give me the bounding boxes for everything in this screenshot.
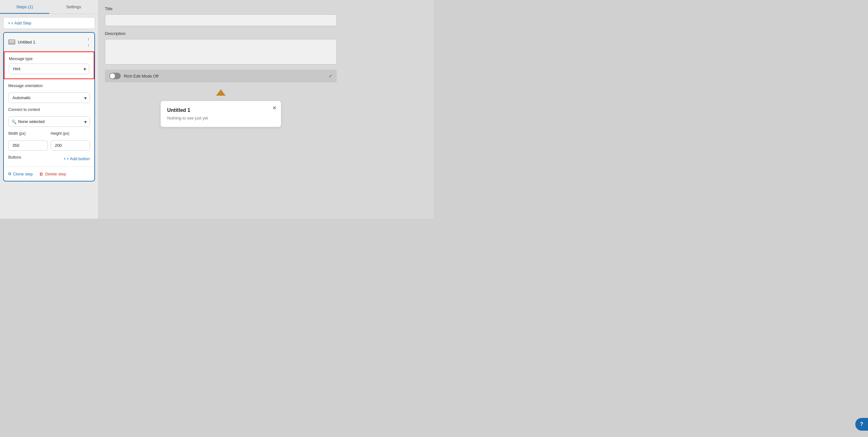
toggle-knob [110,74,115,79]
step-icon-line3 [9,42,14,43]
plus-icon: + [8,21,10,25]
connect-to-context-group: Connect to context 🔍 None selected [8,108,90,127]
tab-steps[interactable]: Steps (1) [0,0,49,14]
buttons-row: Buttons + + Add button [8,155,90,162]
step-card: Untitled 1 ↑ ↓ Message type Hint Modal T… [3,32,95,181]
title-input[interactable] [105,14,337,26]
connect-to-context-select[interactable]: None selected [8,116,90,127]
description-section: Description [105,31,428,64]
step-arrows: ↑ ↓ [87,36,90,47]
step-icon-line1 [9,40,14,41]
rich-edit-toggle[interactable] [109,73,121,79]
message-orientation-group: Message orientation Automatic Left Right… [8,84,90,103]
message-type-label: Message type [9,57,89,61]
add-button-button[interactable]: + + Add button [64,156,90,161]
height-group: Height (px) [51,131,90,151]
rich-edit-left: Rich Edit Mode Off [109,73,159,79]
step-title-area: Untitled 1 [8,39,35,45]
step-actions: ⧉ Clone step 🗑 Delete step [4,167,94,181]
plus-icon2: + [64,156,66,161]
add-step-button[interactable]: + + Add Step [3,17,95,29]
hint-bubble-title: Untitled 1 [167,108,275,113]
message-orientation-label: Message orientation [8,84,90,88]
step-icon [8,39,15,45]
title-section: Title [105,6,428,26]
dimensions-row: Width (px) Height (px) [8,131,90,151]
rich-edit-label: Rich Edit Mode Off [124,74,159,79]
width-label: Width (px) [8,131,48,136]
hint-bubble-desc: Nothing to see just yet [167,116,275,120]
width-group: Width (px) [8,131,48,151]
step-fields: Message orientation Automatic Left Right… [4,79,94,167]
message-type-select[interactable]: Hint Modal Tooltip Banner [9,64,89,74]
clone-step-button[interactable]: ⧉ Clone step [8,171,33,176]
hint-bubble-close-button[interactable]: ✕ [272,105,276,111]
step-title: Untitled 1 [18,40,35,45]
title-label: Title [105,6,428,11]
message-type-select-wrapper: Hint Modal Tooltip Banner [9,64,89,74]
clone-icon: ⧉ [8,171,11,176]
tab-settings[interactable]: Settings [49,0,98,14]
height-label: Height (px) [51,131,90,136]
move-up-button[interactable]: ↑ [87,36,90,41]
description-input[interactable] [105,39,337,64]
connect-to-context-select-wrapper: 🔍 None selected [8,116,90,127]
right-panel: Title Description Rich Edit Mode Off ⤢ U… [98,0,434,218]
trash-icon: 🗑 [39,172,43,176]
message-type-section: Message type Hint Modal Tooltip Banner [4,52,94,79]
expand-icon[interactable]: ⤢ [329,74,332,79]
width-input[interactable] [8,140,48,151]
preview-area: Untitled 1 Nothing to see just yet ✕ [105,89,337,127]
message-orientation-select[interactable]: Automatic Left Right Top Bottom [8,92,90,103]
buttons-label: Buttons [8,155,21,159]
hint-bubble: Untitled 1 Nothing to see just yet ✕ [160,101,281,127]
rich-edit-bar: Rich Edit Mode Off ⤢ [105,69,337,82]
step-icon-line2 [9,41,14,42]
tab-bar: Steps (1) Settings [0,0,98,14]
step-header: Untitled 1 ↑ ↓ [4,33,94,52]
height-input[interactable] [51,140,90,151]
connect-to-context-label: Connect to context [8,108,90,112]
hint-arrow [216,89,225,96]
message-orientation-select-wrapper: Automatic Left Right Top Bottom [8,92,90,103]
description-label: Description [105,31,428,36]
left-panel: Steps (1) Settings + + Add Step Untitled… [0,0,98,218]
move-down-button[interactable]: ↓ [87,42,90,47]
delete-step-button[interactable]: 🗑 Delete step [39,171,66,176]
